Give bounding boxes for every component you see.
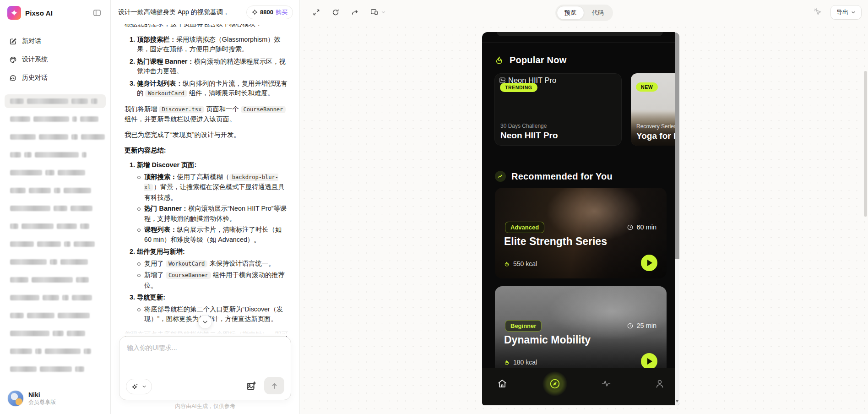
- duration-text: 60 min: [636, 223, 656, 231]
- history-item[interactable]: [5, 148, 106, 162]
- level-badge: Advanced: [505, 222, 544, 233]
- brand-name: Pixso AI: [25, 9, 53, 17]
- prompt-input[interactable]: [122, 339, 288, 372]
- flame-icon: [495, 56, 504, 65]
- phone-scrollbar[interactable]: [675, 32, 679, 405]
- history-item[interactable]: [5, 219, 106, 233]
- sidebar-item-history[interactable]: 历史对话: [5, 69, 106, 87]
- history-item[interactable]: [5, 166, 106, 180]
- workout-title: Dynamic Mobility: [504, 334, 591, 346]
- sub-item: 新增了 CourseBanner 组件用于横向滚动的推荐位。: [144, 270, 290, 290]
- send-button[interactable]: [264, 377, 284, 394]
- banner-subtitle: Recovery Series: [636, 123, 679, 130]
- user-name: Niki: [28, 391, 56, 399]
- list-item: 新增 Discover 页面: 顶部搜索：使用了高斯模糊（backdrop-bl…: [137, 160, 290, 245]
- search-bar[interactable]: [497, 32, 663, 36]
- expand-icon: [313, 9, 320, 16]
- sub-item: 课程列表：纵向展示卡片，清晰标注了时长（如 60 min）和难度等级（如 Adv…: [144, 225, 290, 245]
- sub-item: 顶部搜索：使用了高斯模糊（backdrop-blur-xl）背景，让搜索框在深色…: [144, 172, 290, 203]
- ai-pointer-icon[interactable]: [814, 8, 822, 16]
- sidebar-item-label: 新对话: [22, 37, 41, 45]
- redo-arrow-icon: [351, 9, 358, 16]
- banner-title: Yoga for R: [636, 131, 679, 141]
- banner-title: Neon HIIT Pro: [500, 131, 616, 141]
- history-item[interactable]: [5, 273, 106, 287]
- section-title: Popular Now: [510, 55, 566, 65]
- duration-text: 25 min: [636, 322, 656, 329]
- trending-up-icon: [497, 173, 504, 180]
- summary-list: 新增 Discover 页面: 顶部搜索：使用了高斯模糊（backdrop-bl…: [125, 160, 290, 324]
- history-item[interactable]: [5, 237, 106, 251]
- device-preview-button[interactable]: [368, 6, 380, 18]
- popular-now-section-header: Popular Now: [495, 55, 566, 65]
- new-badge: NEW: [636, 82, 658, 92]
- banner-card-yoga[interactable]: NEW Recovery Series Yoga for R: [631, 73, 679, 146]
- history-item[interactable]: [5, 327, 106, 340]
- view-mode-tabs: 预览 代码: [555, 5, 613, 21]
- tab-preview[interactable]: 预览: [557, 6, 584, 20]
- play-icon: [647, 358, 652, 365]
- summary-heading: 更新内容总结:: [111, 146, 299, 155]
- workout-card-elite-strength[interactable]: Advanced 60 min Elite Strength Series 55…: [495, 188, 667, 278]
- history-item[interactable]: [5, 291, 106, 305]
- history-item[interactable]: [5, 94, 106, 108]
- pixso-ai-app: Pixso AI 新对话 设计系统 历史对话 Niki: [0, 0, 868, 414]
- user-account[interactable]: Niki 会员尊享版: [0, 385, 110, 414]
- history-item[interactable]: [5, 309, 106, 322]
- prompt-title: 设计一款高端健身类 App 的视觉基调，: [118, 8, 229, 16]
- nav-home-icon[interactable]: [496, 377, 509, 390]
- scrollbar-down-arrow[interactable]: [676, 400, 678, 403]
- history-item[interactable]: [5, 344, 106, 358]
- window-scrollbar-thumb[interactable]: [864, 71, 867, 217]
- paragraph: 我们将新增 Discover.tsx 页面和一个 CourseBanner 组件…: [125, 104, 290, 125]
- chevron-down-icon: [851, 10, 856, 15]
- sidebar-item-label: 设计系统: [22, 55, 48, 64]
- nav-profile-icon[interactable]: [653, 377, 666, 390]
- canvas-toolbar: 预览 代码 导出: [300, 0, 868, 24]
- buy-link[interactable]: 购买: [276, 8, 288, 16]
- redo-button[interactable]: [349, 6, 361, 18]
- clock-icon: [627, 224, 634, 231]
- recommended-section-header: Recommended for You: [495, 171, 613, 182]
- sidebar-nav: 新对话 设计系统 历史对话: [0, 26, 110, 87]
- history-item[interactable]: [5, 184, 106, 197]
- nav-activity-icon[interactable]: [600, 377, 613, 390]
- history-item[interactable]: [5, 112, 106, 126]
- history-icon: [9, 74, 17, 82]
- sidebar-item-design-system[interactable]: 设计系统: [5, 50, 106, 69]
- play-button[interactable]: [641, 255, 657, 271]
- list-item: 组件复用与新增: 复用了 WorkoutCard 来保持设计语言统一。 新增了 …: [137, 247, 290, 290]
- flame-icon: [504, 360, 510, 365]
- history-item[interactable]: [5, 255, 106, 269]
- attach-image-button[interactable]: [246, 381, 257, 392]
- new-chat-icon: [9, 38, 17, 45]
- level-badge: Beginner: [505, 320, 542, 332]
- fullscreen-button[interactable]: [310, 6, 322, 18]
- play-button[interactable]: [641, 353, 657, 370]
- arrow-up-icon: [271, 382, 278, 390]
- history-item[interactable]: [5, 202, 106, 215]
- sub-item: 热门 Banner：横向滚动展示“Neon HIIT Pro”等课程，支持顺滑的…: [144, 204, 290, 223]
- sub-item: 复用了 WorkoutCard 来保持设计语言统一。: [144, 259, 290, 269]
- refresh-button[interactable]: [330, 6, 342, 18]
- sidebar-collapse-button[interactable]: [91, 7, 103, 19]
- history-item[interactable]: [5, 130, 106, 144]
- app-preview-phone: Popular Now Neon HIIT Pro TRENDING 30 Da…: [482, 32, 679, 405]
- credits-badge[interactable]: 8800 购买: [246, 5, 293, 19]
- app-bottom-nav: [482, 368, 675, 405]
- brand: Pixso AI: [7, 6, 53, 20]
- model-selector[interactable]: [126, 379, 152, 394]
- nav-discover-compass-icon[interactable]: [548, 377, 561, 390]
- devices-icon: [370, 8, 378, 16]
- list-item: 热门课程 Banner：横向滚动的精选课程展示区，视觉冲击力更强。: [137, 57, 290, 76]
- tab-code[interactable]: 代码: [584, 6, 612, 20]
- banner-card-neon-hiit[interactable]: Neon HIIT Pro TRENDING 30 Days Challenge…: [494, 73, 622, 146]
- scroll-to-bottom-button[interactable]: [198, 315, 212, 329]
- workout-card-dynamic-mobility[interactable]: Beginner 25 min Dynamic Mobility 180 kca…: [495, 286, 667, 377]
- kcal-text: 550 kcal: [513, 260, 537, 267]
- scrollbar-thumb[interactable]: [675, 33, 679, 259]
- pixso-logo-icon: [7, 6, 21, 20]
- history-item[interactable]: [5, 362, 106, 376]
- sidebar-item-new-chat[interactable]: 新对话: [5, 32, 106, 50]
- export-button[interactable]: 导出: [830, 5, 862, 20]
